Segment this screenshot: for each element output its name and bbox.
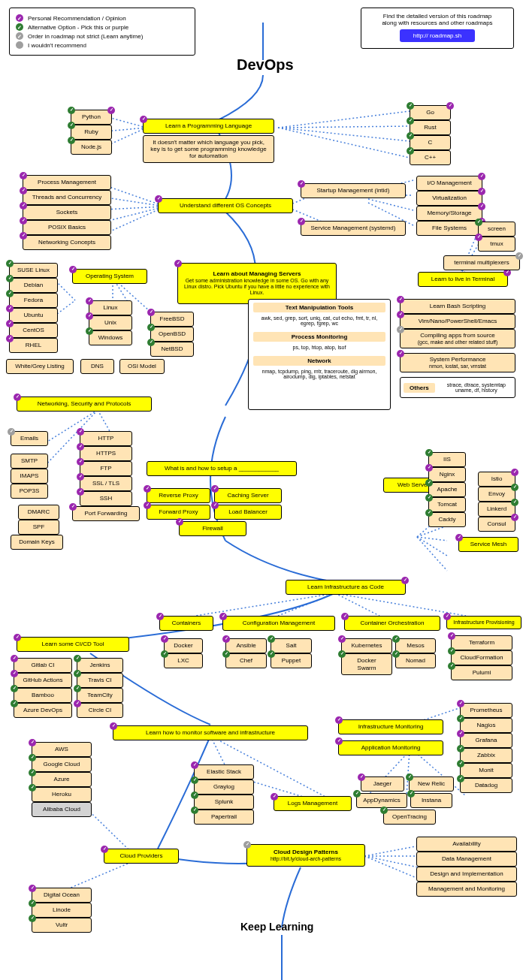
- patterns-design: Design and Implementation: [416, 867, 517, 882]
- servers-windows: Windows: [89, 330, 132, 345]
- iac-cm: Configuration Management: [222, 616, 335, 631]
- cicd-travis: Travis CI: [77, 673, 123, 688]
- keep-learning: Keep Learning: [240, 921, 313, 933]
- net-emails: Emails: [11, 431, 48, 446]
- net-dmarc: DMARC: [18, 505, 59, 520]
- servers-heading: Learn about Managing Servers Get some ad…: [177, 263, 337, 304]
- cicd-circle: Circle CI: [77, 703, 123, 718]
- servers-openbsd: OpenBSD: [150, 327, 194, 342]
- cloud-heroku: Heroku: [32, 787, 92, 802]
- terminal-editors: Vim/Nano/PowerShell/Emacs: [400, 314, 515, 329]
- monitor-heading: Learn how to monitor software and infras…: [113, 725, 308, 740]
- iac-tf: Terraform: [451, 635, 512, 650]
- net-ssl: SSL / TLS: [80, 476, 132, 491]
- monitor-zabbix: Zabbix: [460, 748, 512, 763]
- cicd-heading: Learn some CI/CD Tool: [17, 637, 129, 652]
- roadmap-link[interactable]: http:// roadmap.sh: [400, 29, 475, 42]
- legend-box: Personal Recommendation / Opinion Altern…: [9, 8, 195, 56]
- os-net: Networking Concepts: [23, 235, 111, 250]
- lang-heading: Learn a Programming Language: [143, 119, 274, 134]
- net-http: HTTP: [80, 431, 132, 446]
- servers-suse: SUSE Linux: [9, 263, 58, 278]
- terminal-bash: Learn Bash Scripting: [400, 299, 515, 314]
- net-pop3s: POP3S: [11, 484, 48, 499]
- servers-ubuntu: Ubuntu: [9, 308, 58, 323]
- cicd-gitlab: Gitlab CI: [14, 658, 72, 673]
- page-title: DevOps: [237, 56, 294, 74]
- terminal-screen: screen: [478, 222, 515, 237]
- servers-linux: Linux: [89, 300, 132, 315]
- terminal-heading: Learn to live in Terminal: [418, 272, 508, 287]
- setup-fw: Firewall: [179, 521, 246, 536]
- iac-cf: CloudFormation: [451, 650, 512, 665]
- iac-salt: Salt: [271, 638, 312, 653]
- monitor-nagios: Nagios: [460, 718, 512, 733]
- iac-mesos: Mesos: [395, 638, 436, 653]
- net-heading: Networking, Security and Protocols: [17, 397, 152, 412]
- os-heading: Understand different OS Concepts: [158, 198, 293, 213]
- monitor-logs: Logs Management: [274, 796, 352, 811]
- iac-chef: Chef: [225, 653, 267, 668]
- lang-c: C: [410, 135, 451, 150]
- monitor-splunk: Splunk: [194, 795, 254, 810]
- monitor-grafana: Grafana: [460, 733, 512, 748]
- monitor-elastic: Elastic Stack: [194, 764, 254, 779]
- setup-lb: Load Balancer: [214, 505, 282, 520]
- terminal-mux: terminal multiplexers: [443, 255, 520, 270]
- cicd-azdo: Azure DevOps: [14, 703, 72, 718]
- servers-fedora: Fedora: [9, 293, 58, 308]
- cicd-gha: GitHub Actions: [14, 673, 72, 688]
- net-https: HTTPS: [80, 446, 132, 461]
- web-envoy: Envoy: [478, 487, 515, 502]
- monitor-appd: AppDynamics: [356, 793, 407, 808]
- purple-check-icon: [16, 14, 23, 22]
- patterns-heading: Cloud Design Patterns http://bit.ly/clou…: [246, 844, 365, 867]
- lang-python: Python: [71, 110, 112, 125]
- lang-node: Node.js: [71, 140, 112, 155]
- net-spf: SPF: [18, 520, 59, 535]
- terminal-perf: System Performancenmon, iostat, sar, vms…: [400, 353, 515, 372]
- net-smtp: SMTP: [11, 454, 48, 469]
- os-threads: Threads and Concurrency: [23, 190, 111, 205]
- iac-containers: Containers: [159, 616, 213, 631]
- cicd-bamboo: Bamboo: [14, 688, 72, 703]
- monitor-ot: OpenTracing: [383, 810, 436, 825]
- web-istio: Istio: [478, 472, 515, 487]
- monitor-instana: Instana: [410, 793, 452, 808]
- green-check-icon: [16, 23, 23, 31]
- grey-dot-icon: [16, 41, 23, 49]
- servers-debian: Debian: [9, 278, 58, 293]
- os-sockets: Sockets: [23, 205, 111, 220]
- terminal-tmux: tmux: [478, 237, 515, 252]
- os-posix: POSIX Basics: [23, 220, 111, 235]
- web-caddy: Caddy: [428, 512, 466, 527]
- setup-fwdproxy: Forward Proxy: [147, 505, 210, 520]
- promo-line2: along with resources and other roadmaps: [367, 20, 507, 26]
- monitor-papertrail: Papertrail: [194, 810, 254, 825]
- lang-rust: Rust: [410, 120, 451, 135]
- iac-nomad: Nomad: [395, 653, 436, 668]
- iac-k8s: Kubernetes: [341, 638, 392, 653]
- monitor-graylog: Graylog: [194, 779, 254, 795]
- cloud-alibaba: Alibaba Cloud: [32, 802, 92, 817]
- terminal-compile: Compiling apps from source(gcc, make and…: [400, 329, 515, 348]
- lang-go: Go: [410, 105, 451, 120]
- servers-centos: CentOS: [9, 323, 58, 338]
- net-portfwd: Port Forwarding: [72, 506, 140, 521]
- web-nginx: Nginx: [428, 467, 466, 482]
- setup-heading: What is and how to setup a ____________: [147, 461, 297, 476]
- iac-pulumi: Pulumi: [451, 665, 512, 680]
- net-ssh: SSH: [80, 491, 132, 506]
- iac-orch: Container Orchestration: [344, 616, 440, 631]
- servers-unix: Unix: [89, 315, 132, 330]
- cicd-teamcity: TeamCity: [77, 688, 123, 703]
- web-apache: Apache: [428, 482, 466, 497]
- setup-revproxy: Reverse Proxy: [147, 488, 210, 503]
- lang-ruby: Ruby: [71, 125, 112, 140]
- servers-freebsd: FreeBSD: [150, 312, 194, 327]
- monitor-prometheus: Prometheus: [460, 703, 512, 718]
- cloud-azure: Azure: [32, 772, 92, 787]
- os-service: Service Management (systemd): [301, 221, 406, 236]
- net-ftp: FTP: [80, 461, 132, 476]
- patterns-mgmt: Management and Monitoring: [416, 882, 517, 897]
